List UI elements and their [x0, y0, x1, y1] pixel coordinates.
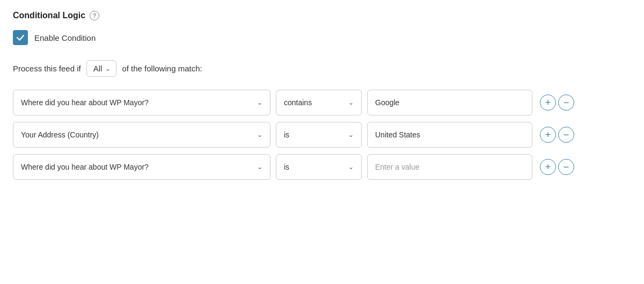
operator-select-3-chevron-icon: ⌄: [348, 163, 354, 171]
field-select-2[interactable]: Your Address (Country) ⌄: [13, 122, 270, 148]
value-field-3[interactable]: Enter a value: [367, 154, 532, 180]
action-buttons-3: + −: [540, 159, 574, 175]
all-select[interactable]: All ⌄: [86, 60, 117, 77]
field-select-3-chevron-icon: ⌄: [257, 163, 262, 171]
conditions-list: Where did you hear about WP Mayor? ⌄ con…: [13, 90, 631, 180]
operator-select-2[interactable]: is ⌄: [276, 122, 362, 148]
field-select-2-chevron-icon: ⌄: [257, 131, 262, 139]
field-select-1-value: Where did you hear about WP Mayor?: [21, 98, 149, 107]
value-field-3-text: Enter a value: [375, 163, 420, 171]
process-prefix: Process this feed if: [13, 64, 81, 73]
all-select-value: All: [93, 64, 103, 73]
operator-select-1[interactable]: contains ⌄: [276, 90, 362, 115]
field-select-1[interactable]: Where did you hear about WP Mayor? ⌄: [13, 90, 270, 115]
action-buttons-2: + −: [540, 127, 574, 143]
condition-row: Where did you hear about WP Mayor? ⌄ is …: [13, 154, 631, 180]
enable-condition-checkbox[interactable]: [13, 30, 28, 45]
field-select-1-chevron-icon: ⌄: [257, 99, 262, 106]
remove-condition-1-button[interactable]: −: [558, 94, 574, 111]
operator-select-1-value: contains: [284, 98, 312, 107]
value-field-2-text: United States: [375, 130, 420, 139]
all-select-chevron-icon: ⌄: [105, 65, 111, 72]
field-select-2-value: Your Address (Country): [21, 130, 99, 139]
operator-select-3[interactable]: is ⌄: [276, 154, 362, 180]
operator-select-2-chevron-icon: ⌄: [348, 131, 354, 139]
condition-row: Your Address (Country) ⌄ is ⌄ United Sta…: [13, 122, 631, 148]
value-field-1[interactable]: Google: [367, 90, 532, 115]
add-condition-3-button[interactable]: +: [540, 159, 556, 175]
process-row: Process this feed if All ⌄ of the follow…: [13, 60, 631, 77]
enable-condition-row: Enable Condition: [13, 30, 631, 45]
help-icon[interactable]: ?: [90, 11, 99, 20]
action-buttons-1: + −: [540, 94, 574, 111]
field-select-3-value: Where did you hear about WP Mayor?: [21, 163, 149, 171]
field-select-3[interactable]: Where did you hear about WP Mayor? ⌄: [13, 154, 270, 180]
condition-row: Where did you hear about WP Mayor? ⌄ con…: [13, 90, 631, 115]
process-suffix: of the following match:: [122, 64, 202, 73]
operator-select-2-value: is: [284, 130, 289, 139]
operator-select-1-chevron-icon: ⌄: [348, 99, 354, 106]
add-condition-2-button[interactable]: +: [540, 127, 556, 143]
remove-condition-3-button[interactable]: −: [558, 159, 574, 175]
operator-select-3-value: is: [284, 163, 289, 171]
enable-condition-label: Enable Condition: [34, 33, 96, 42]
section-title: Conditional Logic: [13, 11, 85, 20]
value-field-2[interactable]: United States: [367, 122, 532, 148]
remove-condition-2-button[interactable]: −: [558, 127, 574, 143]
add-condition-1-button[interactable]: +: [540, 94, 556, 111]
value-field-1-text: Google: [375, 98, 399, 107]
